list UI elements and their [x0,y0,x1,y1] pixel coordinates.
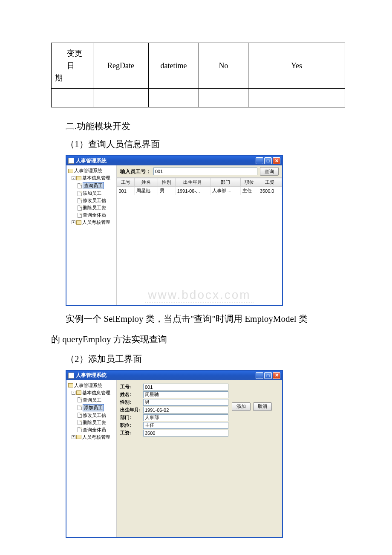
cell: 周星驰 [134,187,158,195]
file-icon [78,427,82,432]
file-icon [78,198,82,203]
tree-item-queryall[interactable]: 查询全体员 [83,427,106,433]
cell-text: No [199,43,248,89]
folder-icon [68,383,73,387]
folder-icon [76,220,81,225]
label-pos: 职位: [120,422,143,428]
label-birth: 出生年月: [120,407,143,413]
col-dept[interactable]: 部门 [210,178,240,187]
cell: 001 [117,187,135,195]
table-row: 变更日 期 RegDate datetime No Yes [52,43,345,89]
folder-icon [76,435,81,439]
app-icon [68,158,74,164]
nav-tree[interactable]: 人事管理系统 -基本信息管理 查询员工 添加员工 修改员工信 删除员工资 查询全… [66,165,117,305]
tree-item-modify[interactable]: 修改员工信 [83,197,106,204]
employee-id-input[interactable] [153,168,257,175]
cell: 1991-06-... [175,187,210,195]
folder-icon [76,390,81,395]
maximize-button[interactable]: □ [264,157,272,164]
cell: 男 [158,187,176,195]
label-salary: 工资: [120,430,143,436]
cell-text: 变更日 [55,47,89,72]
titlebar[interactable]: 人事管理系统 _ □ ✕ [66,156,282,165]
file-icon [78,420,82,425]
tree-item-query[interactable]: 查询员工 [83,182,104,189]
tree-item-add[interactable]: 添加员工 [83,404,104,411]
input-birth[interactable] [143,407,228,413]
search-button[interactable]: 查询 [260,167,279,176]
add-button[interactable]: 添加 [232,402,251,411]
label-name: 姓名: [120,391,143,398]
tree-item-add[interactable]: 添加员工 [83,190,101,197]
cell: 主任 [241,187,258,195]
cell: 3500.0 [258,187,282,195]
folder-icon [68,169,73,173]
tree-item-basic[interactable]: 基本信息管理 [82,390,110,396]
input-gender[interactable] [143,399,228,406]
label-gender: 性别: [120,399,143,405]
tree-item-delete[interactable]: 删除员工资 [83,205,106,211]
cell-text: datetime [149,43,199,89]
table-row [52,89,345,107]
window-title: 人事管理系统 [76,157,107,165]
tree-item-assess[interactable]: 人员考核管理 [82,219,110,225]
tree-item-query[interactable]: 查询员工 [83,397,101,403]
close-button[interactable]: ✕ [273,372,280,379]
app-window-query: 人事管理系统 _ □ ✕ 人事管理系统 -基本信息管理 查询员工 添加员工 修改… [66,155,283,306]
file-icon [78,183,82,188]
subheading-2: （2）添加员工界面 [66,353,345,365]
window-title: 人事管理系统 [76,372,107,379]
folder-icon [76,176,81,180]
col-gender[interactable]: 性别 [158,178,176,187]
tree-toggle-icon[interactable]: - [72,176,75,180]
input-id[interactable] [143,384,228,390]
tree-item-delete[interactable]: 删除员工资 [83,419,106,426]
paragraph-1a: 实例一个 SelEmploy 类，当点击"查询"时调用 EmployModel … [51,312,345,327]
tree-item-basic[interactable]: 基本信息管理 [82,175,110,181]
col-salary[interactable]: 工资 [258,178,282,187]
app-icon [68,373,74,379]
cell-text: 期 [55,72,89,84]
minimize-button[interactable]: _ [256,372,263,379]
cell-text: RegDate [93,43,149,89]
file-icon [78,205,82,211]
file-icon [78,191,82,196]
input-dept[interactable] [143,414,228,421]
titlebar[interactable]: 人事管理系统 _ □ ✕ [66,371,282,380]
tree-toggle-icon[interactable]: - [72,391,75,395]
search-label: 输入员工号： [120,168,151,175]
close-button[interactable]: ✕ [273,157,280,164]
cell-text: Yes [248,43,345,89]
tree-item-modify[interactable]: 修改员工信 [83,412,106,419]
file-icon [78,413,82,418]
file-icon [78,397,82,402]
table-row[interactable]: 001 周星驰 男 1991-06-... 人事部 ... 主任 3500.0 [117,187,282,195]
data-table: 变更日 期 RegDate datetime No Yes [51,43,345,107]
input-salary[interactable] [143,430,228,436]
col-pos[interactable]: 职位 [241,178,258,187]
maximize-button[interactable]: □ [264,372,272,379]
subheading-1: （1）查询人员信息界面 [66,138,345,150]
label-id: 工号: [120,384,143,390]
input-pos[interactable] [143,422,228,429]
paragraph-1b: 的 queryEmploy 方法实现查询 [51,332,345,347]
results-grid[interactable]: 工号 姓名 性别 出生年月 部门 职位 工资 001 周星驰 男 1991-06… [117,177,282,305]
tree-item-queryall[interactable]: 查询全体员 [83,212,106,218]
minimize-button[interactable]: _ [256,157,263,164]
tree-toggle-icon[interactable]: + [72,435,75,439]
nav-tree[interactable]: 人事管理系统 -基本信息管理 查询员工 添加员工 修改员工信 删除员工资 查询全… [66,380,117,537]
col-id[interactable]: 工号 [117,178,135,187]
file-icon [78,405,82,410]
app-window-add: 人事管理系统 _ □ ✕ 人事管理系统 -基本信息管理 查询员工 添加员工 修改… [66,370,283,538]
tree-item-assess[interactable]: 人员考核管理 [82,434,110,440]
input-name[interactable] [143,391,228,398]
cancel-button[interactable]: 取消 [253,402,272,411]
label-dept: 部门: [120,414,143,421]
tree-root[interactable]: 人事管理系统 [74,382,102,389]
col-birth[interactable]: 出生年月 [175,178,210,187]
heading-section-2: 二.功能模块开发 [66,120,345,132]
col-name[interactable]: 姓名 [134,178,158,187]
file-icon [78,213,82,218]
tree-toggle-icon[interactable]: + [72,220,75,224]
tree-root[interactable]: 人事管理系统 [74,168,102,174]
